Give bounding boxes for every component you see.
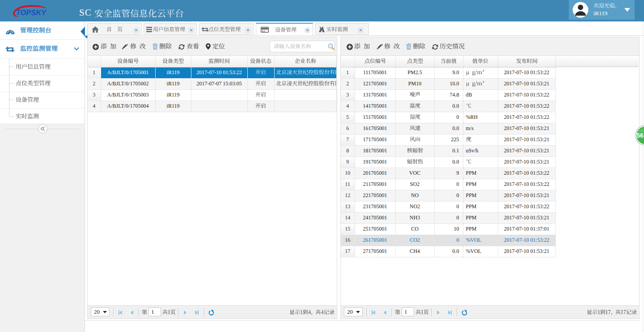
svg-text:TOPSKY: TOPSKY <box>16 9 47 17</box>
svg-text:56: 56 <box>636 132 644 139</box>
